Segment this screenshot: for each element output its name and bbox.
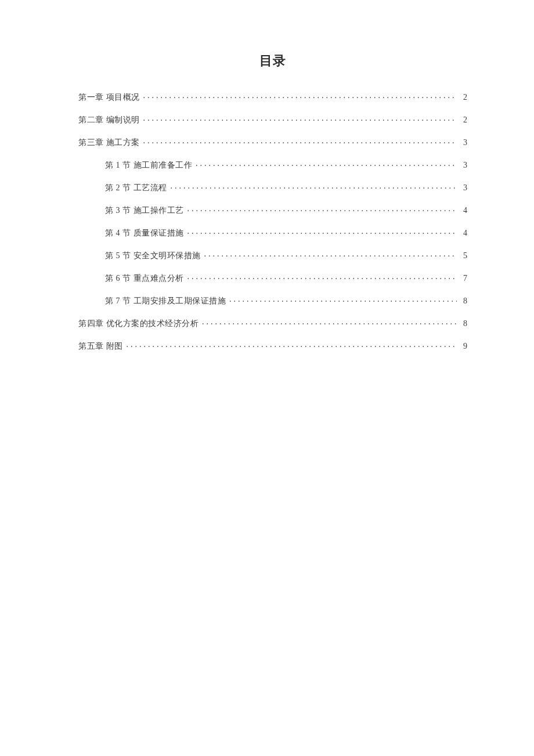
toc-entry-label: 第一章 项目概况 <box>78 93 140 102</box>
toc-entry-page: 2 <box>460 93 467 102</box>
toc-leader-dots <box>204 250 457 258</box>
toc-leader-dots <box>143 92 457 100</box>
toc-entry-page: 8 <box>460 320 467 328</box>
toc-leader-dots <box>143 114 457 122</box>
toc-leader-dots <box>143 137 457 145</box>
toc-entry-label: 第三章 施工方案 <box>78 139 140 147</box>
toc-entry-page: 3 <box>460 161 467 169</box>
toc-entry: 第四章 优化方案的技术经济分析8 <box>78 318 467 328</box>
toc-entry-page: 9 <box>460 342 467 350</box>
toc-entry: 第二章 编制说明2 <box>78 114 467 124</box>
toc-entry: 第 4 节 质量保证措施4 <box>78 227 467 237</box>
toc-entry: 第 3 节 施工操作工艺4 <box>78 205 467 215</box>
toc-entry-page: 4 <box>460 229 467 237</box>
toc-leader-dots <box>229 295 457 303</box>
toc-entry-label: 第四章 优化方案的技术经济分析 <box>78 320 199 328</box>
toc-entry-label: 第 2 节 工艺流程 <box>105 184 167 192</box>
toc-entry-page: 7 <box>460 274 467 283</box>
toc-entry: 第 5 节 安全文明环保措施5 <box>78 250 467 260</box>
table-of-contents: 第一章 项目概况2第二章 编制说明2第三章 施工方案3第 1 节 施工前准备工作… <box>78 92 467 350</box>
toc-entry-page: 8 <box>460 297 467 305</box>
toc-entry-label: 第 7 节 工期安排及工期保证措施 <box>105 297 226 305</box>
toc-entry: 第 1 节 施工前准备工作3 <box>78 160 467 169</box>
toc-entry: 第 6 节 重点难点分析7 <box>78 273 467 283</box>
toc-entry-page: 4 <box>460 207 467 215</box>
toc-entry-label: 第二章 编制说明 <box>78 116 140 124</box>
toc-entry: 第五章 附图9 <box>78 341 467 350</box>
toc-leader-dots <box>171 182 457 190</box>
toc-leader-dots <box>196 160 457 168</box>
toc-leader-dots <box>187 273 457 281</box>
toc-leader-dots <box>127 341 457 349</box>
toc-entry-page: 2 <box>460 116 467 124</box>
toc-entry-label: 第 4 节 质量保证措施 <box>105 229 184 237</box>
toc-entry: 第三章 施工方案3 <box>78 137 467 147</box>
page-title: 目录 <box>78 52 467 70</box>
toc-entry-label: 第 3 节 施工操作工艺 <box>105 207 184 215</box>
toc-entry-page: 5 <box>460 252 467 260</box>
toc-entry-page: 3 <box>460 184 467 192</box>
toc-entry-label: 第 5 节 安全文明环保措施 <box>105 252 201 260</box>
toc-entry: 第 2 节 工艺流程3 <box>78 182 467 192</box>
toc-leader-dots <box>187 227 457 236</box>
toc-leader-dots <box>187 205 457 213</box>
toc-entry: 第一章 项目概况2 <box>78 92 467 102</box>
toc-entry-label: 第 1 节 施工前准备工作 <box>105 161 192 169</box>
toc-entry-page: 3 <box>460 139 467 147</box>
toc-entry: 第 7 节 工期安排及工期保证措施8 <box>78 295 467 305</box>
toc-entry-label: 第 6 节 重点难点分析 <box>105 274 184 283</box>
toc-leader-dots <box>202 318 457 326</box>
toc-entry-label: 第五章 附图 <box>78 342 123 350</box>
